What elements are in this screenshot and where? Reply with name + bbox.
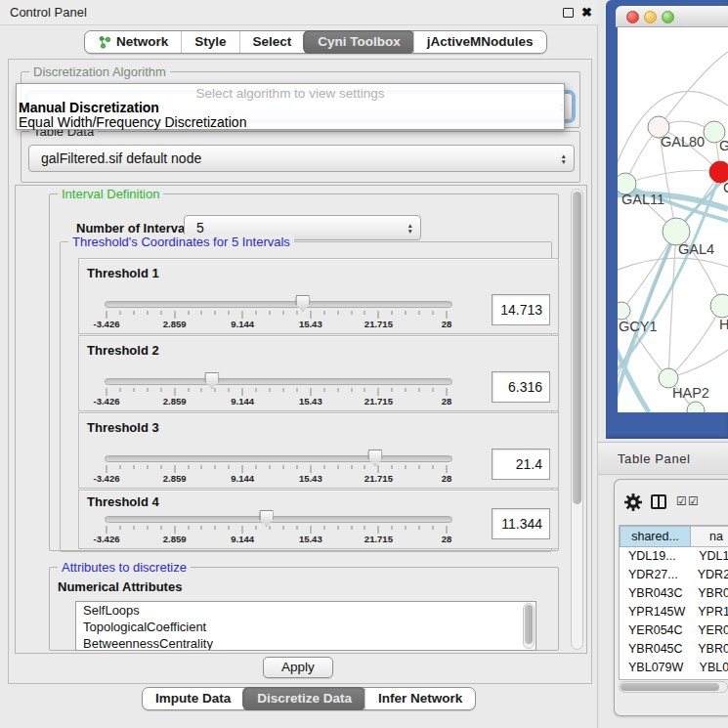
close-icon[interactable]: ✖ [581,4,592,21]
slider-thumb[interactable] [367,450,382,466]
slider-thumb[interactable] [295,295,310,312]
column-header-shared[interactable]: shared... [620,526,691,547]
table-data-combobox[interactable]: galFiltered.sif default node ▲▼ [28,145,575,172]
minimize-traffic-icon[interactable] [644,11,657,23]
node-label: HAP2 [672,385,709,401]
threshold-value-field[interactable]: 14.713 [492,294,550,325]
zoom-traffic-icon[interactable] [662,11,674,23]
tab-jactivemnodules[interactable]: jActiveMNodules [413,31,546,53]
tab-cyni-toolbox[interactable]: Cyni Toolbox [303,30,414,54]
node-bottom[interactable] [687,402,705,412]
tab-label: jActiveMNodules [427,31,534,53]
combo-value: galFiltered.sif default node [41,150,201,166]
threshold-label: Threshold 2 [87,343,159,358]
table-panel-header: Table Panel [598,442,728,475]
node-label: GAL11 [621,192,664,207]
split-columns-icon[interactable] [651,494,666,509]
tab-label: Cyni Toolbox [318,31,401,53]
slider-track[interactable] [105,301,452,308]
attributes-group: Attributes to discretize Numerical Attri… [49,567,559,651]
slider-thumb[interactable] [204,372,219,389]
threshold-3-panel: Threshold 3 -3.4262.8599.14415.4321.7152… [78,412,559,489]
settings-scrollbar[interactable] [571,189,583,650]
table-panel: ☑ ☑ shared... na YDL19...YDL1 YDR27...YD… [614,479,728,716]
network-graph: GAL80 GA C GAL11 GAL4 GCY1 H HAP2 [618,27,728,412]
control-panel: Control Panel ✖ Network Style Select Cyn… [0,0,598,728]
threshold-label: Threshold 1 [87,266,159,280]
table-row[interactable]: YDL19...YDL1 [620,547,728,566]
tab-select[interactable]: Select [239,31,305,53]
slider-ticks [107,388,447,396]
threshold-value-field[interactable]: 21.4 [492,449,550,480]
list-item[interactable]: BetweennessCentrality [76,635,535,651]
table-toolbar: ☑ ☑ [615,480,728,524]
threshold-value-field[interactable]: 11.344 [492,508,550,539]
table-row[interactable]: YLR345WYLR3 [620,677,728,680]
popup-option-manual-discretization[interactable]: Manual Discretization [19,100,159,115]
tab-label: Select [253,31,292,53]
top-tab-bar: Network Style Select Cyni Toolbox jActiv… [84,30,547,54]
slider-track[interactable] [105,378,452,385]
threshold-label: Threshold 4 [87,494,159,509]
table-horizontal-scrollbar[interactable] [619,681,728,693]
list-item[interactable]: SelfLoops [76,602,535,619]
node-label: GAL80 [661,134,705,150]
group-label: Threshold's Coordinates for 5 Intervals [68,235,294,249]
numerical-attributes-list[interactable]: SelfLoops TopologicalCoefficient Between… [75,601,536,651]
threshold-1-panel: Threshold 1 -3.4262.8599.14415.4321.7152… [78,258,559,334]
table-row[interactable]: YBL079WYBL0 [620,659,728,677]
threshold-label: Threshold 3 [87,420,159,435]
combo-stepper-icon: ▲▼ [407,223,413,234]
table-data-group: Table Data galFiltered.sif default node … [21,131,580,183]
table-row[interactable]: YDR27...YDR2 [620,566,728,584]
threshold-2-panel: Threshold 2 -3.4262.8599.14415.4321.7152… [78,335,559,411]
node-label: GA [719,138,728,153]
list-item[interactable]: TopologicalCoefficient [76,619,535,635]
table-row[interactable]: YPR145WYPR1 [620,603,728,621]
slider-ticks [107,311,447,319]
node-label: H [719,317,728,332]
tab-impute-data[interactable]: Impute Data [143,688,243,709]
column-header-name[interactable]: na [691,526,728,547]
tab-label: Discretize Data [257,688,352,709]
settings-scroll-region: Interval Definition Number of Intervals … [15,185,587,654]
popup-prompt: Select algorithm to view settings [17,86,564,101]
close-traffic-icon[interactable] [626,11,639,23]
panel-title: Control Panel [10,0,87,25]
table-row[interactable]: YER054CYER0 [620,621,728,640]
list-scrollbar[interactable] [523,603,535,649]
slider-track[interactable] [105,516,452,523]
slider-ticks [107,465,447,473]
table-row[interactable]: YBR043CYBR0 [620,584,728,603]
tab-label: Network [116,31,168,53]
tab-style[interactable]: Style [181,31,238,53]
slider-ticks [107,526,447,534]
cyni-toolbox-panel: Discretization Algorithm ▲▼ Table Data g… [8,59,592,684]
node-label: GAL4 [678,241,714,257]
apply-button[interactable]: Apply [263,657,333,678]
threshold-value-field[interactable]: 6.316 [492,371,550,403]
threshold-4-panel: Threshold 4 -3.4262.8599.14415.4321.7152… [78,490,559,549]
slider-track[interactable] [105,455,452,462]
popup-option-equal-width-frequency[interactable]: Equal Width/Frequency Discretization [19,114,246,130]
tab-discretize-data[interactable]: Discretize Data [242,687,365,710]
table-header-row: shared... na [620,526,728,547]
float-window-icon[interactable] [563,8,574,18]
network-icon [98,35,111,49]
checkbox-icon[interactable]: ☑ [676,494,687,508]
network-canvas[interactable]: GAL80 GA C GAL11 GAL4 GCY1 H HAP2 [618,27,728,412]
node-h[interactable] [710,294,728,318]
gear-icon[interactable] [623,492,643,512]
table-row[interactable]: YBR045CYBR0 [620,640,728,659]
tab-network[interactable]: Network [85,31,181,53]
checkbox-icon[interactable]: ☑ [688,494,699,508]
tab-infer-network[interactable]: Infer Network [364,688,475,709]
tab-label: Impute Data [155,688,231,709]
network-window-titlebar[interactable] [616,6,728,27]
number-of-intervals-label: Number of Intervals [76,221,195,236]
numerical-attributes-label: Numerical Attributes [58,579,182,594]
slider-thumb[interactable] [259,510,274,527]
node-gcy1[interactable] [618,302,630,320]
combo-value: 5 [196,220,204,236]
node-table[interactable]: shared... na YDL19...YDL1 YDR27...YDR2 Y… [619,525,728,680]
